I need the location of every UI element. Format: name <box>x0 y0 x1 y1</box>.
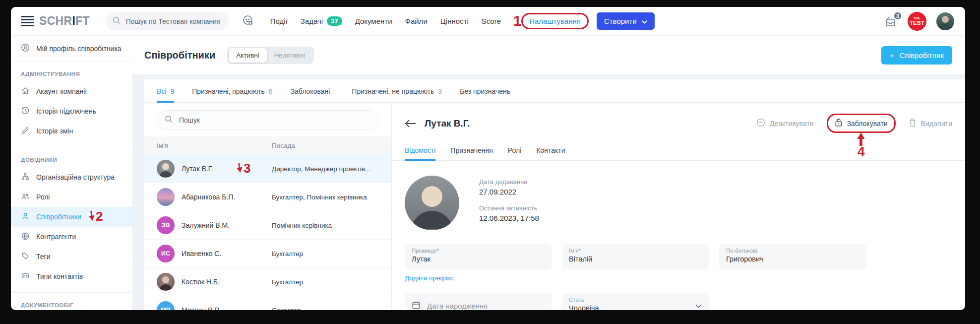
sidebar-item-change-history[interactable]: Історія змін <box>11 121 132 141</box>
screenshot-root: { "colors": { "accent_blue": "#2e97ee", … <box>0 0 980 324</box>
avatar: ЗВ <box>157 216 175 234</box>
hamburger-menu-icon[interactable] <box>21 16 34 26</box>
page-header: Співробітники Активні Неактивні + Співро… <box>132 36 965 74</box>
nav-item-score[interactable]: Score <box>482 17 501 25</box>
gender-select[interactable]: Стать Чоловіча <box>562 293 709 310</box>
detail-header: Лутак В.Г. Деактивувати <box>392 103 965 133</box>
sidebar-item-tags[interactable]: Теги <box>11 247 132 266</box>
sidebar-item-my-profile[interactable]: Мій профіль співробітника <box>11 36 132 62</box>
sidebar-item-connection-history[interactable]: Історія підключень <box>11 101 132 121</box>
feedback-smiley-bell-icon[interactable] <box>242 14 255 28</box>
birthdate-field[interactable]: Дата народження <box>405 293 551 310</box>
pencil-icon <box>21 126 30 136</box>
inbox-tray-button[interactable]: 3 <box>884 15 898 27</box>
added-date-value: 27.09.2022 <box>479 188 539 196</box>
avatar <box>157 160 175 178</box>
block-button[interactable]: Заблокувати 4 <box>827 114 896 133</box>
table-row-abarnykova[interactable]: Абарникова Б.П. Бухгалтер, Помічник кері… <box>144 183 391 211</box>
table-row-movchan[interactable]: МВ Мовчан В.П. Секретар <box>144 296 391 310</box>
firstname-field[interactable]: Ім'я* Віталій <box>562 244 709 269</box>
add-employee-button[interactable]: + Співробітник <box>881 46 952 65</box>
tasks-count-badge: 37 <box>327 16 342 26</box>
added-date-label: Дата додавання <box>479 178 539 186</box>
middlename-field[interactable]: По-батькові Григорович <box>719 244 866 269</box>
filter-tabs: Всі9 Призначені, працюють6 Заблоковані П… <box>144 79 965 103</box>
content-card: Всі9 Призначені, працюють6 Заблоковані П… <box>144 79 965 310</box>
company-brand-badge: THETEST <box>908 12 926 31</box>
calendar-icon <box>412 301 421 311</box>
avatar <box>157 273 175 291</box>
employee-rows: Лутак В.Г. 3 Директор, Менеджер проектів… <box>144 155 391 310</box>
tab-assigned-working[interactable]: Призначені, працюють6 <box>192 79 272 103</box>
contact-card-icon <box>21 271 30 282</box>
employee-meta: Дата додавання 27.09.2022 Остання активн… <box>479 176 539 230</box>
chevron-down-icon <box>642 17 647 25</box>
search-icon <box>165 115 173 125</box>
top-navbar: SCHRIFT Події Задачі37 Документи Файли Ц… <box>11 7 965 36</box>
column-header-name: Ім'я <box>157 142 272 149</box>
employee-search-input[interactable] <box>178 116 370 125</box>
delete-button[interactable]: Видалити <box>909 118 952 129</box>
nav-item-values[interactable]: Цінності <box>440 17 469 25</box>
sidebar-item-counterparties[interactable]: Контрагенти <box>11 227 132 247</box>
tab-roles[interactable]: Ролі <box>508 140 521 161</box>
tab-all[interactable]: Всі9 <box>157 79 174 103</box>
tab-details[interactable]: Відомості <box>405 140 435 161</box>
nav-item-files[interactable]: Файли <box>405 17 428 25</box>
tab-assigned-not-working[interactable]: Призначені, не працюють3 <box>352 79 442 103</box>
global-search[interactable] <box>106 12 229 30</box>
user-avatar[interactable] <box>936 12 954 30</box>
deactivate-button[interactable]: Деактивувати <box>756 118 814 129</box>
nav-item-events[interactable]: Події <box>270 17 288 25</box>
annotation-arrow-2: 2 <box>88 210 103 223</box>
annotation-arrow-4: 4 <box>857 132 865 159</box>
add-prefix-link[interactable]: Додати префікс <box>405 274 453 282</box>
sidebar: Мій профіль співробітника АДМІНІСТРУВАНН… <box>11 36 132 310</box>
annotation-number-1: 1 <box>513 14 521 28</box>
tab-blocked[interactable]: Заблоковані <box>291 79 334 103</box>
table-row-lutak[interactable]: Лутак В.Г. 3 Директор, Менеджер проектів… <box>144 155 391 183</box>
tab-contacts[interactable]: Контакти <box>536 140 565 161</box>
main-area: Співробітники Активні Неактивні + Співро… <box>132 36 965 310</box>
org-structure-icon <box>21 172 30 183</box>
sidebar-item-roles[interactable]: Ролі <box>11 187 132 207</box>
person-icon <box>21 212 30 222</box>
app-logo: SCHRIFT <box>39 14 90 28</box>
tab-assignments[interactable]: Призначення <box>450 140 492 161</box>
lock-icon <box>835 118 843 129</box>
employee-list-pane: Ім'я Посада Лутак В.Г. 3 <box>144 103 392 310</box>
navbar-right: 3 THETEST <box>884 12 954 31</box>
table-row-ivanenko[interactable]: ИС Иваненко С. Бухгалтер <box>144 240 391 268</box>
last-activity-value: 12.06.2023, 17:58 <box>479 214 539 222</box>
sidebar-item-company-account[interactable]: Акаунт компанії <box>11 81 132 101</box>
section-title-administration: АДМІНІСТРУВАННЯ <box>11 62 132 81</box>
nav-item-settings[interactable]: Налаштування <box>521 13 589 29</box>
table-row-kostiuk[interactable]: Костюк Н.Б. Бухгалтер <box>144 268 391 296</box>
plus-icon: + <box>890 51 894 60</box>
avatar <box>157 188 175 206</box>
lastname-field[interactable]: Прізвище* Лутак <box>405 244 551 269</box>
tab-unassigned[interactable]: Без призначень <box>460 79 514 103</box>
annotation-arrow-3: 3 <box>236 162 250 175</box>
search-icon <box>113 16 121 26</box>
sidebar-item-contact-types[interactable]: Типи контактів <box>11 266 132 286</box>
table-header: Ім'я Посада <box>144 136 391 155</box>
create-button[interactable]: Створити <box>597 12 655 30</box>
global-search-input[interactable] <box>125 17 222 26</box>
employee-detail-pane: Лутак В.Г. Деактивувати <box>392 103 965 310</box>
sidebar-item-org-structure[interactable]: Організаційна структура <box>11 167 132 187</box>
nav-item-documents[interactable]: Документи <box>355 17 392 25</box>
back-arrow-button[interactable] <box>405 119 417 128</box>
nav-item-tasks[interactable]: Задачі37 <box>301 16 342 26</box>
chevron-down-icon <box>695 301 702 310</box>
active-inactive-toggle: Активні Неактивні <box>227 47 314 64</box>
people-group-icon <box>21 192 30 202</box>
employee-search[interactable] <box>157 110 378 130</box>
section-title-docflow: ДОКУМЕНТООБІГ <box>11 293 132 310</box>
toggle-inactive-button[interactable]: Неактивні <box>267 48 312 63</box>
history-clock-icon <box>21 106 30 117</box>
trash-icon <box>909 118 917 129</box>
toggle-active-button[interactable]: Активні <box>229 48 266 63</box>
sidebar-item-employees[interactable]: Співробітники 2 <box>11 207 132 227</box>
table-row-zaluzhnyi[interactable]: ЗВ Залужний В.М. Помічник керівника <box>144 211 391 240</box>
